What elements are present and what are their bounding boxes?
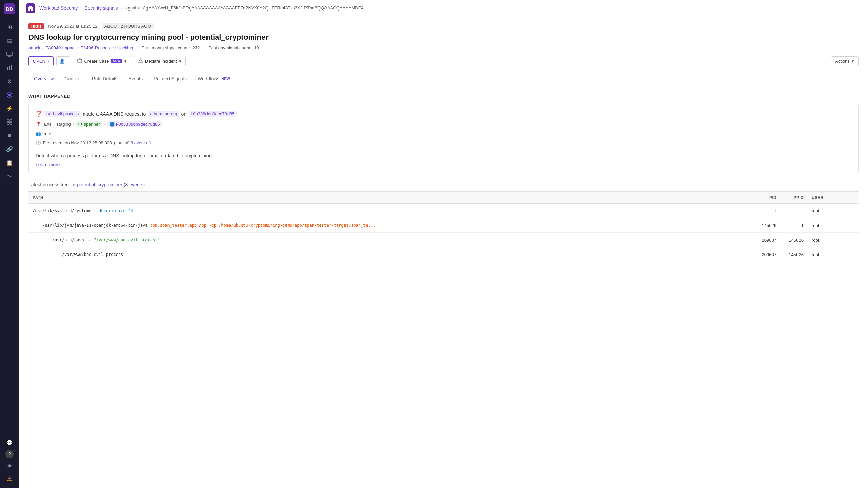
signal-tags: attack › TA0040-Impact › T1496-Resource-… [28, 45, 859, 50]
add-user-button[interactable]: 👤+ [56, 56, 71, 66]
chat-icon[interactable]: 💬 [3, 436, 16, 449]
instance-tag-event[interactable]: i-0b338ddb9dec78d85 [189, 111, 236, 117]
root-line: 👥 root [36, 131, 851, 136]
tab-workflows[interactable]: Workflows NEW [192, 73, 235, 85]
event-made-text: made a AAAA DNS request to [83, 111, 146, 117]
declare-incident-button[interactable]: ! Declare Incident ▾ [134, 56, 186, 66]
ppid-cell: 145026 [781, 247, 808, 262]
pid-column-header: PID [753, 192, 781, 204]
clipboard-icon[interactable]: 📋 [3, 157, 16, 169]
help-icon[interactable]: ? [5, 450, 14, 458]
path-service[interactable]: ⚙ spanner [76, 121, 102, 127]
event-timing-text: First event on Nov 29 13:25:08.000 [43, 140, 112, 145]
puzzle-icon[interactable] [3, 116, 16, 128]
actions-dropdown-icon: ▾ [852, 59, 854, 64]
path-instance[interactable]: 🔵 i-0b338ddb9dec78d85 [107, 121, 162, 127]
breadcrumb-workload-security[interactable]: Workload Security [39, 5, 78, 11]
actions-button[interactable]: Actions ▾ [831, 56, 859, 66]
star-icon[interactable]: ★ [3, 460, 16, 472]
activity-icon[interactable]: 〜 [3, 170, 16, 182]
path-line: 📍 aws › staging › ⚙ spanner › 🔵 i-0b338d… [36, 121, 851, 127]
svg-rect-5 [9, 66, 10, 70]
tab-overview[interactable]: Overview [28, 73, 59, 85]
svg-rect-13 [78, 59, 82, 62]
create-case-dropdown-icon: ▾ [124, 59, 127, 64]
actions-column-header [842, 192, 859, 204]
path-cell: /usr/lib/jvm/java-11-openjdk-amd64/bin/j… [28, 218, 753, 233]
tab-events[interactable]: Events [123, 73, 148, 85]
ellipsis-icon[interactable]: ⋮ [846, 222, 854, 229]
svg-rect-11 [7, 122, 9, 124]
ellipsis-icon[interactable]: ⋮ [846, 207, 854, 214]
grid-icon[interactable]: ⊞ [3, 21, 16, 33]
svg-text:!: ! [140, 60, 141, 62]
row-menu-button[interactable]: ⋮ [842, 247, 859, 262]
root-label: root [44, 131, 51, 136]
ellipsis-icon[interactable]: ⋮ [846, 237, 854, 243]
row-menu-button[interactable]: ⋮ [842, 204, 859, 218]
open-status-button[interactable]: OPEN ▾ [28, 56, 54, 66]
table-row: /usr/bin/bash -c "/var/www/bad-evil-proc… [28, 233, 859, 247]
circles-icon[interactable]: ⚙ [3, 75, 16, 87]
process-tree-title: Latest process tree for potential_crypto… [28, 182, 859, 187]
ppid-cell: 1 [781, 218, 808, 233]
path-sep-1: › [53, 122, 55, 126]
dashboard-icon[interactable]: ▤ [3, 35, 16, 47]
table-row: /usr/lib/systemd/systemd --deserialize 4… [28, 204, 859, 218]
open-label: OPEN [33, 59, 45, 64]
service-icon: ⚙ [78, 121, 82, 127]
rule-name: potential_cryptominer [77, 182, 122, 187]
events-link[interactable]: 8 events [131, 140, 147, 145]
svg-rect-6 [11, 65, 12, 70]
link-icon[interactable]: 🔗 [3, 143, 16, 155]
users-icon: 👥 [36, 131, 41, 136]
svg-rect-9 [7, 120, 9, 122]
signal-ago: ABOUT 2 HOURS AGO [102, 23, 154, 29]
user-cell: root [808, 233, 842, 247]
path-cloud: aws [43, 122, 51, 127]
tab-rule-details[interactable]: Rule Details [86, 73, 123, 85]
chart-icon[interactable] [3, 62, 16, 74]
what-happened-title: WHAT HAPPENED [28, 94, 859, 99]
crosshair-icon[interactable] [3, 89, 16, 101]
incident-icon: ! [138, 58, 143, 64]
svg-rect-2 [7, 52, 12, 56]
learn-more-link[interactable]: Learn more [36, 162, 60, 167]
ellipsis-icon[interactable]: ⋮ [846, 251, 854, 258]
breadcrumb-security-signals[interactable]: Security signals [84, 5, 118, 11]
tag-impact[interactable]: TA0040-Impact [46, 45, 76, 50]
event-line: ❓ bad-evil-process made a AAAA DNS reque… [36, 110, 851, 117]
domain-tag[interactable]: ethermine.org [148, 111, 179, 117]
actions-label: Actions [835, 59, 850, 64]
process-tree-events-link[interactable]: 8 events [125, 182, 143, 187]
tag-attack[interactable]: attack [28, 45, 40, 50]
lightning-icon[interactable]: ⚡ [3, 102, 16, 115]
description-text: Detect when a process performs a DNS loo… [36, 152, 851, 159]
tag-resource-hijacking[interactable]: T1496-Resource-Hijacking [81, 45, 133, 50]
content-area: HIGH Nov 29, 2023 at 13:25:12 ABOUT 2 HO… [19, 16, 868, 488]
breadcrumb-sep-1: › [80, 6, 82, 11]
row-menu-button[interactable]: ⋮ [842, 233, 859, 247]
create-case-button[interactable]: Create Case NEW ▾ [73, 56, 131, 66]
list-icon[interactable]: ≡ [3, 129, 16, 142]
app-logo[interactable]: DD [3, 3, 16, 15]
path-sep-3: › [104, 122, 105, 126]
topbar-logo [26, 3, 35, 13]
main-content: Workload Security › Security signals › s… [19, 0, 868, 488]
sidebar: DD ⊞ ▤ ⚙ ⚡ ≡ 🔗 📋 〜 💬 ? ★ ⚠ [0, 0, 19, 488]
tab-related-signals[interactable]: Related Signals [148, 73, 192, 85]
process-tag[interactable]: bad-evil-process [44, 111, 81, 117]
create-case-label: Create Case [84, 59, 109, 64]
row-menu-button[interactable]: ⋮ [842, 218, 859, 233]
warning-icon[interactable]: ⚠ [3, 472, 16, 485]
monitor-icon[interactable] [3, 48, 16, 60]
signal-header: HIGH Nov 29, 2023 at 13:25:12 ABOUT 2 HO… [28, 23, 859, 50]
breadcrumb-sep-2: › [120, 6, 122, 11]
process-table: PATH PID PPID USER /usr/lib/systemd/syst… [28, 191, 859, 262]
signal-title: DNS lookup for cryptocurrency mining poo… [28, 33, 859, 42]
tab-context[interactable]: Context [59, 73, 86, 85]
path-sep-2: › [73, 122, 74, 126]
what-happened-card: ❓ bad-evil-process made a AAAA DNS reque… [28, 104, 859, 174]
user-cell: root [808, 204, 842, 218]
pid-cell: 209637 [753, 247, 781, 262]
